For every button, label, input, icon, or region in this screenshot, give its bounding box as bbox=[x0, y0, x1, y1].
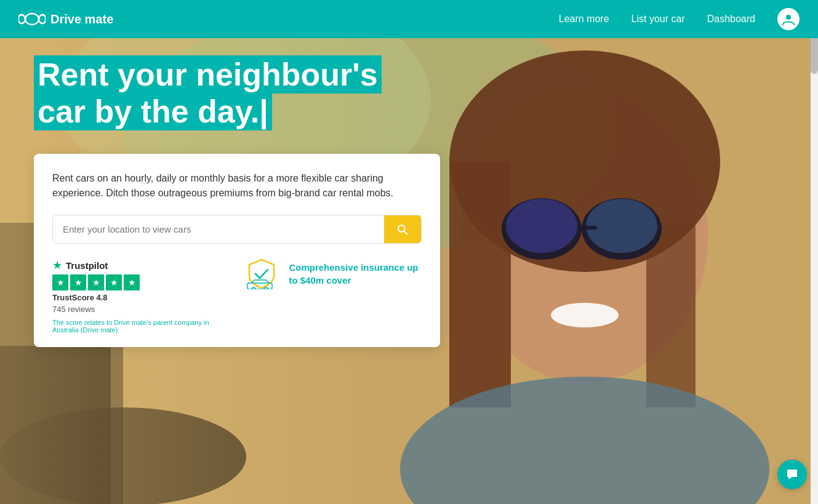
svg-point-16 bbox=[551, 303, 619, 327]
logo[interactable]: Drive mate bbox=[18, 11, 113, 27]
trust-star-1: ★ bbox=[52, 274, 68, 290]
nav-links: Learn more List your car Dashboard bbox=[559, 8, 800, 30]
user-avatar[interactable] bbox=[777, 8, 800, 30]
trustscore-text: TrustScore 4.8 bbox=[52, 293, 219, 302]
trustpilot-stars: ★ ★ ★ ★ ★ bbox=[52, 274, 219, 290]
insurance-icon bbox=[243, 258, 280, 289]
search-icon bbox=[396, 223, 409, 236]
svg-rect-10 bbox=[646, 223, 696, 407]
hero-title-line1: Rent your neighbour's bbox=[34, 55, 382, 94]
reviews-count: 745 reviews bbox=[52, 305, 219, 314]
logo-text: Drive mate bbox=[50, 12, 113, 26]
trust-star-3: ★ bbox=[88, 274, 104, 290]
chat-button[interactable] bbox=[777, 460, 807, 489]
trust-star-5: ★ bbox=[124, 274, 140, 290]
hero-section: Rent your neighbour's car by the day.| R… bbox=[0, 38, 818, 504]
hero-content: Rent your neighbour's car by the day.| R… bbox=[34, 57, 477, 347]
hero-title: Rent your neighbour's car by the day.| bbox=[34, 57, 382, 130]
trust-star-4: ★ bbox=[106, 274, 122, 290]
trust-star-2: ★ bbox=[70, 274, 86, 290]
search-button[interactable] bbox=[384, 215, 421, 243]
svg-point-14 bbox=[586, 199, 657, 253]
logo-icon bbox=[18, 11, 46, 27]
svg-rect-15 bbox=[580, 226, 597, 230]
insurance-section: Comprehensive insurance up to $40m cover bbox=[243, 258, 422, 289]
location-search-input[interactable] bbox=[53, 215, 384, 243]
trustpilot-note: The score relates to Drive mate's parent… bbox=[52, 319, 219, 334]
search-bar bbox=[52, 215, 422, 244]
svg-line-20 bbox=[404, 231, 407, 234]
hero-description: Rent cars on an hourly, daily or monthly… bbox=[52, 171, 422, 202]
trustpilot-label: Trustpilot bbox=[66, 260, 108, 271]
nav-learn-more[interactable]: Learn more bbox=[559, 14, 609, 25]
trust-row: ★ Trustpilot ★ ★ ★ ★ ★ TrustScore 4.8 74… bbox=[52, 258, 422, 334]
nav-list-car[interactable]: List your car bbox=[632, 14, 685, 25]
trustpilot-logo-star: ★ bbox=[52, 258, 62, 272]
insurance-text: Comprehensive insurance up to $40m cover bbox=[289, 261, 422, 287]
svg-point-0 bbox=[786, 15, 791, 20]
scrollbar[interactable] bbox=[811, 0, 818, 504]
hero-card: Rent cars on an hourly, daily or monthly… bbox=[34, 154, 440, 348]
nav-dashboard[interactable]: Dashboard bbox=[707, 14, 755, 25]
chat-icon bbox=[785, 467, 800, 482]
svg-point-13 bbox=[506, 199, 577, 253]
trustpilot-section: ★ Trustpilot ★ ★ ★ ★ ★ TrustScore 4.8 74… bbox=[52, 258, 219, 334]
hero-title-line2: car by the day.| bbox=[34, 92, 272, 130]
user-icon bbox=[782, 12, 795, 26]
navbar: Drive mate Learn more List your car Dash… bbox=[0, 0, 818, 38]
trustpilot-header: ★ Trustpilot bbox=[52, 258, 219, 272]
